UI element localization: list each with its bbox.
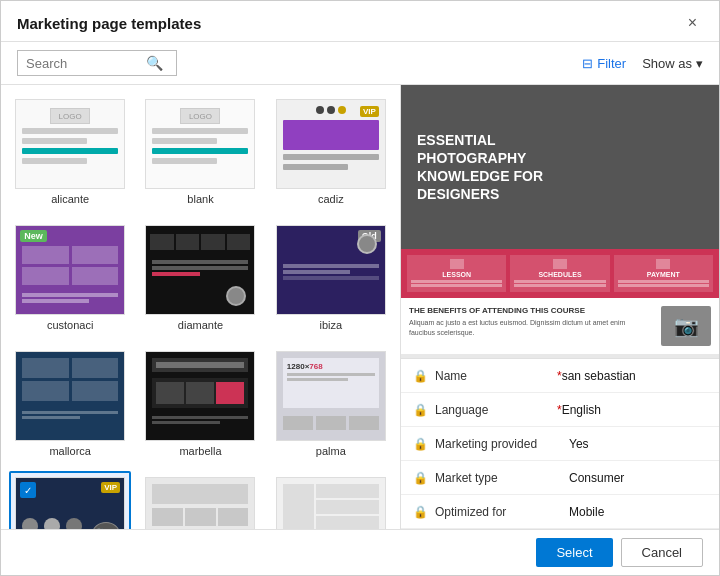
logo-placeholder: LOGO <box>50 108 90 124</box>
template-thumb-marbella <box>145 351 255 441</box>
template-panel[interactable]: LOGO alicante LOGO <box>1 85 401 529</box>
preview-cards-bar: LESSON SCHEDULES PAYMENT <box>401 249 719 298</box>
logo-placeholder: LOGO <box>180 108 220 124</box>
template-thumb-san-sebastian: ✓ VIP 📷 <box>15 477 125 529</box>
chevron-down-icon: ▾ <box>696 56 703 71</box>
lock-icon-name: 🔒 <box>413 369 427 383</box>
lock-icon-market-type: 🔒 <box>413 471 427 485</box>
template-item-alicante[interactable]: LOGO alicante <box>9 93 131 211</box>
template-thumb-palma: 1280×768 <box>276 351 386 441</box>
template-item-struct-1[interactable]: struct-1 <box>270 471 392 529</box>
template-item-cadiz[interactable]: VIP cadiz <box>270 93 392 211</box>
show-as-button[interactable]: Show as ▾ <box>642 56 703 71</box>
detail-fields: 🔒 Name * san sebastian 🔒 Language * Engl… <box>401 358 719 529</box>
template-thumb-custonaci: New <box>15 225 125 315</box>
dialog-header: Marketing page templates × <box>1 1 719 42</box>
template-thumb-diamante <box>145 225 255 315</box>
template-item-san-sebastian[interactable]: ✓ VIP 📷 <box>9 471 131 529</box>
toolbar: 🔍 ⊟ Filter Show as ▾ <box>1 42 719 85</box>
template-name-blank: blank <box>187 193 213 205</box>
field-row-optimized: 🔒 Optimized for Mobile <box>401 495 719 529</box>
template-thumb-sitges <box>145 477 255 529</box>
preview-card-lesson: LESSON <box>407 255 506 292</box>
preview-hero: ESSENTIAL PHOTOGRAPHY KNOWLEDGE FOR DESI… <box>401 85 719 249</box>
lock-icon-optimized: 🔒 <box>413 505 427 519</box>
template-item-custonaci[interactable]: New custonaci <box>9 219 131 337</box>
field-row-marketing: 🔒 Marketing provided Yes <box>401 427 719 461</box>
template-name-palma: palma <box>316 445 346 457</box>
detail-panel: ESSENTIAL PHOTOGRAPHY KNOWLEDGE FOR DESI… <box>401 85 719 529</box>
template-item-diamante[interactable]: diamante <box>139 219 261 337</box>
preview-lower: THE BENEFITS OF ATTENDING THIS COURSE Al… <box>401 298 719 354</box>
preview-hero-text: ESSENTIAL PHOTOGRAPHY KNOWLEDGE FOR DESI… <box>417 131 543 204</box>
template-thumb-cadiz: VIP <box>276 99 386 189</box>
template-thumb-alicante: LOGO <box>15 99 125 189</box>
template-grid: LOGO alicante LOGO <box>9 93 392 529</box>
preview-card-schedules: SCHEDULES <box>510 255 609 292</box>
lock-icon-language: 🔒 <box>413 403 427 417</box>
vip-badge: VIP <box>360 106 379 117</box>
show-as-label: Show as <box>642 56 692 71</box>
cancel-button[interactable]: Cancel <box>621 538 703 567</box>
template-item-sitges[interactable]: sitges <box>139 471 261 529</box>
preview-content: ESSENTIAL PHOTOGRAPHY KNOWLEDGE FOR DESI… <box>401 85 719 358</box>
close-button[interactable]: × <box>682 13 703 33</box>
dialog-title: Marketing page templates <box>17 15 201 32</box>
template-name-marbella: marbella <box>179 445 221 457</box>
selected-checkmark: ✓ <box>20 482 36 498</box>
preview-area: ESSENTIAL PHOTOGRAPHY KNOWLEDGE FOR DESI… <box>401 85 719 358</box>
search-box[interactable]: 🔍 <box>17 50 177 76</box>
select-button[interactable]: Select <box>536 538 612 567</box>
template-thumb-blank: LOGO <box>145 99 255 189</box>
template-item-marbella[interactable]: marbella <box>139 345 261 463</box>
vip-badge-ss: VIP <box>101 482 120 493</box>
preview-camera-image: 📷 <box>661 306 711 346</box>
preview-lower-text: THE BENEFITS OF ATTENDING THIS COURSE Al… <box>409 306 653 338</box>
template-item-ibiza[interactable]: Old ibiza <box>270 219 392 337</box>
filter-button[interactable]: ⊟ Filter <box>582 56 626 71</box>
filter-icon: ⊟ <box>582 56 593 71</box>
field-row-market-type: 🔒 Market type Consumer <box>401 461 719 495</box>
dialog-body: LOGO alicante LOGO <box>1 85 719 529</box>
avatar-circle <box>226 286 246 306</box>
template-thumb-mallorca <box>15 351 125 441</box>
template-name-custonaci: custonaci <box>47 319 93 331</box>
template-thumb-struct-1 <box>276 477 386 529</box>
search-icon: 🔍 <box>146 55 163 71</box>
template-item-blank[interactable]: LOGO blank <box>139 93 261 211</box>
filter-label: Filter <box>597 56 626 71</box>
new-badge: New <box>20 230 47 242</box>
template-thumb-ibiza: Old <box>276 225 386 315</box>
marketing-page-templates-dialog: Marketing page templates × 🔍 ⊟ Filter Sh… <box>0 0 720 576</box>
search-input[interactable] <box>26 56 146 71</box>
field-row-language: 🔒 Language * English <box>401 393 719 427</box>
template-name-cadiz: cadiz <box>318 193 344 205</box>
template-name-diamante: diamante <box>178 319 223 331</box>
dialog-footer: Select Cancel <box>1 529 719 575</box>
template-name-ibiza: ibiza <box>320 319 343 331</box>
preview-card-payment: PAYMENT <box>614 255 713 292</box>
toolbar-right: ⊟ Filter Show as ▾ <box>582 56 703 71</box>
template-name-mallorca: mallorca <box>49 445 91 457</box>
template-item-palma[interactable]: 1280×768 palma <box>270 345 392 463</box>
template-name-alicante: alicante <box>51 193 89 205</box>
template-item-mallorca[interactable]: mallorca <box>9 345 131 463</box>
field-row-name: 🔒 Name * san sebastian <box>401 359 719 393</box>
lock-icon-marketing: 🔒 <box>413 437 427 451</box>
